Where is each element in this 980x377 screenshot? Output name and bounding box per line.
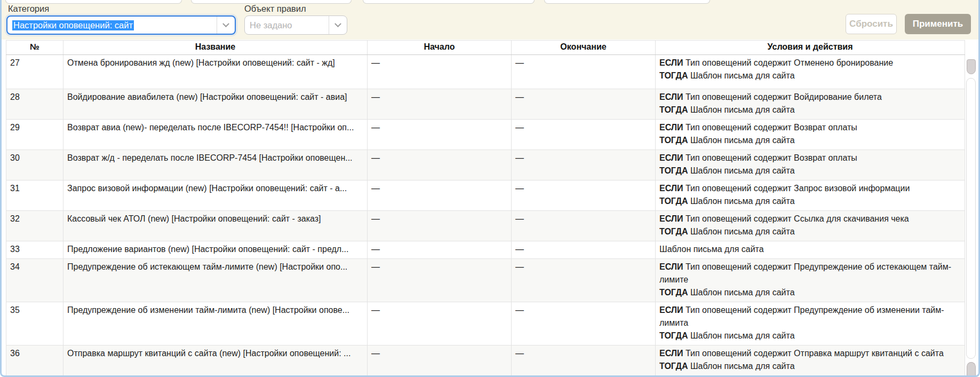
row-conditions-cell: ЕСЛИ Тип оповещений содержит Войдировани…: [656, 89, 965, 120]
condition-line: ТОГДА Шаблон письма для сайта: [659, 225, 961, 238]
row-number-cell: 31: [6, 180, 63, 211]
row-end-cell: —: [512, 55, 656, 89]
table-row[interactable]: 28 Войдирование авиабилета (new) [Настро…: [6, 89, 965, 120]
row-name-cell: Предупреждение об изменении тайм-лимита …: [63, 302, 368, 345]
row-start-cell: —: [368, 241, 512, 259]
cropped-field-1: [5, 0, 182, 4]
category-dropdown-button[interactable]: [217, 17, 235, 34]
row-start-cell: —: [368, 150, 512, 180]
row-start-cell: —: [368, 180, 512, 211]
table-row[interactable]: 36 Отправка маршрут квитанций с сайта (n…: [6, 345, 965, 376]
category-selected-value: Настройки оповещений: сайт: [12, 20, 134, 30]
condition-line: Шаблон письма для сайта: [659, 243, 961, 256]
row-start-cell: —: [368, 259, 512, 302]
condition-line: ТОГДА Шаблон письма для сайта: [659, 360, 961, 373]
row-start-cell: —: [368, 89, 512, 120]
cropped-field-2: [191, 0, 352, 4]
reset-button[interactable]: Сбросить: [846, 14, 897, 34]
row-name-cell: Отправка маршрут квитанций с сайта (new)…: [63, 345, 368, 376]
table-row[interactable]: 29 Возврат авиа (new)- переделать после …: [6, 120, 965, 150]
condition-line: ЕСЛИ Тип оповещений содержит Предупрежде…: [659, 261, 961, 286]
scrollbar-track[interactable]: [966, 78, 976, 359]
row-name-cell: Предложение вариантов (new) [Настройки о…: [63, 241, 368, 259]
condition-line: ЕСЛИ Тип оповещений содержит Возврат опл…: [659, 121, 961, 134]
table-row[interactable]: 33 Предложение вариантов (new) [Настройк…: [6, 241, 965, 259]
rules-object-select[interactable]: Не задано: [244, 15, 347, 35]
chevron-down-icon: [334, 20, 341, 27]
apply-button[interactable]: Применить: [905, 14, 971, 34]
row-end-cell: —: [512, 302, 656, 345]
column-header-conditions: Условия и действия: [656, 41, 965, 55]
row-number-cell: 27: [6, 55, 63, 89]
condition-line: ТОГДА Шаблон письма для сайта: [659, 329, 961, 342]
row-number-cell: 30: [6, 150, 63, 180]
table-row[interactable]: 30 Возврат ж/д - переделать после IBECOR…: [6, 150, 965, 180]
condition-line: ЕСЛИ Тип оповещений содержит Запрос визо…: [659, 182, 961, 195]
row-name-cell: Возврат ж/д - переделать после IBECORP-7…: [63, 150, 368, 180]
condition-line: ЕСЛИ Тип оповещений содержит Ссылка для …: [659, 213, 961, 225]
condition-line: ТОГДА Шаблон письма для сайта: [659, 164, 961, 177]
row-conditions-cell: ЕСЛИ Тип оповещений содержит Возврат опл…: [656, 150, 965, 180]
condition-line: ЕСЛИ Тип оповещений содержит Отменено бр…: [659, 57, 961, 69]
table-row[interactable]: 27 Отмена бронирования жд (new) [Настрой…: [6, 55, 965, 89]
table-row[interactable]: 31 Запрос визовой информации (new) [Наст…: [6, 180, 965, 211]
condition-line: ЕСЛИ Тип оповещений содержит Войдировани…: [659, 91, 961, 104]
row-end-cell: —: [512, 180, 656, 211]
row-number-cell: 33: [6, 241, 63, 259]
row-number-cell: 35: [6, 302, 63, 345]
row-number-cell: 32: [6, 211, 63, 241]
row-name-cell: Кассовый чек АТОЛ (new) [Настройки опове…: [63, 211, 368, 241]
condition-line: ТОГДА Шаблон письма для сайта: [659, 286, 961, 299]
rules-table-container: № Название Начало Окончание Условия и де…: [6, 40, 965, 376]
condition-line: ЕСЛИ Тип оповещений содержит Возврат опл…: [659, 152, 961, 164]
row-number-cell: 34: [6, 259, 63, 302]
table-header-row: № Название Начало Окончание Условия и де…: [6, 41, 965, 55]
row-number-cell: 36: [6, 345, 63, 376]
row-conditions-cell: ЕСЛИ Тип оповещений содержит Возврат опл…: [656, 120, 965, 150]
condition-line: ТОГДА Шаблон письма для сайта: [659, 195, 961, 208]
table-row[interactable]: 35 Предупреждение об изменении тайм-лими…: [6, 302, 965, 345]
row-name-cell: Предупреждение об истекающем тайм-лимите…: [63, 259, 368, 302]
rules-table: № Название Начало Окончание Условия и де…: [6, 40, 965, 376]
row-number-cell: 28: [6, 89, 63, 120]
column-header-number: №: [6, 41, 63, 55]
row-start-cell: —: [368, 302, 512, 345]
category-select[interactable]: Настройки оповещений: сайт: [6, 15, 236, 35]
condition-line: ТОГДА Шаблон письма для сайта: [659, 134, 961, 147]
row-name-cell: Войдирование авиабилета (new) [Настройки…: [63, 89, 368, 120]
row-conditions-cell: ЕСЛИ Тип оповещений содержит Предупрежде…: [656, 302, 965, 345]
table-row[interactable]: 32 Кассовый чек АТОЛ (new) [Настройки оп…: [6, 211, 965, 241]
row-start-cell: —: [368, 345, 512, 376]
row-end-cell: —: [512, 241, 656, 259]
column-header-start: Начало: [368, 41, 512, 55]
row-conditions-cell: Шаблон письма для сайта: [656, 241, 965, 259]
row-end-cell: —: [512, 89, 656, 120]
condition-line: ТОГДА Шаблон письма для сайта: [659, 104, 961, 116]
row-start-cell: —: [368, 55, 512, 89]
row-name-cell: Отмена бронирования жд (new) [Настройки …: [63, 55, 368, 89]
scrollbar-thumb-top[interactable]: [967, 59, 976, 74]
row-number-cell: 29: [6, 120, 63, 150]
notification-rules-page: Категория Настройки оповещений: сайт Объ…: [0, 0, 980, 377]
category-label: Категория: [8, 4, 49, 14]
rules-object-label: Объект правил: [244, 4, 306, 14]
row-conditions-cell: ЕСЛИ Тип оповещений содержит Запрос визо…: [656, 180, 965, 211]
rules-object-dropdown-button[interactable]: [329, 16, 347, 34]
condition-line: ЕСЛИ Тип оповещений содержит Отправка ма…: [659, 347, 961, 360]
table-row[interactable]: 34 Предупреждение об истекающем тайм-лим…: [6, 259, 965, 302]
column-header-name: Название: [63, 41, 368, 55]
row-name-cell: Запрос визовой информации (new) [Настрой…: [63, 180, 368, 211]
row-name-cell: Возврат авиа (new)- переделать после IBE…: [63, 120, 368, 150]
condition-line: ЕСЛИ Тип оповещений содержит Предупрежде…: [659, 304, 961, 329]
scrollbar-thumb-bottom[interactable]: [967, 362, 976, 375]
rules-object-placeholder: Не задано: [250, 20, 292, 30]
row-conditions-cell: ЕСЛИ Тип оповещений содержит Предупрежде…: [656, 259, 965, 302]
row-conditions-cell: ЕСЛИ Тип оповещений содержит Ссылка для …: [656, 211, 965, 241]
row-conditions-cell: ЕСЛИ Тип оповещений содержит Отменено бр…: [656, 55, 965, 89]
row-end-cell: —: [512, 150, 656, 180]
row-start-cell: —: [368, 211, 512, 241]
filter-bar: Категория Настройки оповещений: сайт Объ…: [2, 0, 978, 40]
row-end-cell: —: [512, 259, 656, 302]
row-conditions-cell: ЕСЛИ Тип оповещений содержит Отправка ма…: [656, 345, 965, 376]
chevron-down-icon: [222, 20, 229, 27]
